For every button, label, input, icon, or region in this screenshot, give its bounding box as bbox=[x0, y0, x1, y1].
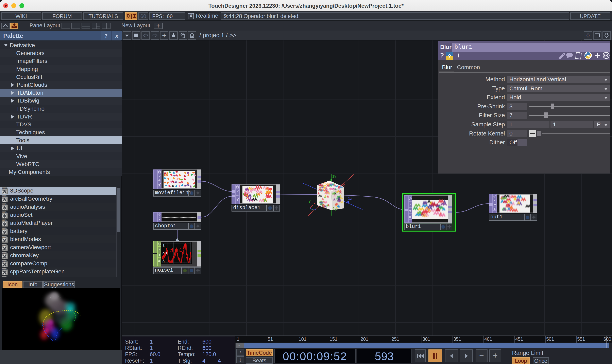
svg-text:COMP: COMP bbox=[2, 188, 7, 190]
svg-text:COMP: COMP bbox=[2, 244, 7, 246]
svg-text:COMP: COMP bbox=[2, 196, 7, 197]
svg-text:0: 0 bbox=[163, 260, 164, 264]
svg-text:-1x: -1x bbox=[319, 203, 324, 207]
svg-text:COMP: COMP bbox=[2, 204, 7, 206]
svg-text:1: 1 bbox=[163, 243, 164, 247]
svg-text:z: z bbox=[314, 208, 316, 212]
svg-text:COMP: COMP bbox=[2, 260, 7, 262]
svg-text:?: ? bbox=[448, 53, 451, 59]
svg-text:-1y: -1y bbox=[331, 207, 337, 211]
svg-text:1y: 1y bbox=[332, 174, 336, 178]
svg-text:COMP: COMP bbox=[2, 212, 7, 214]
svg-text:COMP: COMP bbox=[2, 252, 7, 254]
svg-text:-1z: -1z bbox=[318, 186, 323, 190]
svg-text:COMP: COMP bbox=[2, 236, 7, 238]
svg-text:1x: 1x bbox=[341, 183, 345, 187]
svg-text:COMP: COMP bbox=[2, 277, 7, 277]
svg-text:x: x bbox=[314, 201, 315, 205]
svg-text:chan1: chan1 bbox=[170, 247, 182, 253]
svg-text:COMP: COMP bbox=[2, 269, 7, 270]
svg-text:COMP: COMP bbox=[2, 220, 7, 222]
svg-text:0.5: 0.5 bbox=[163, 252, 168, 256]
svg-text:y: y bbox=[309, 199, 311, 203]
svg-text:COMP: COMP bbox=[2, 228, 7, 230]
svg-text:1z: 1z bbox=[348, 196, 352, 201]
